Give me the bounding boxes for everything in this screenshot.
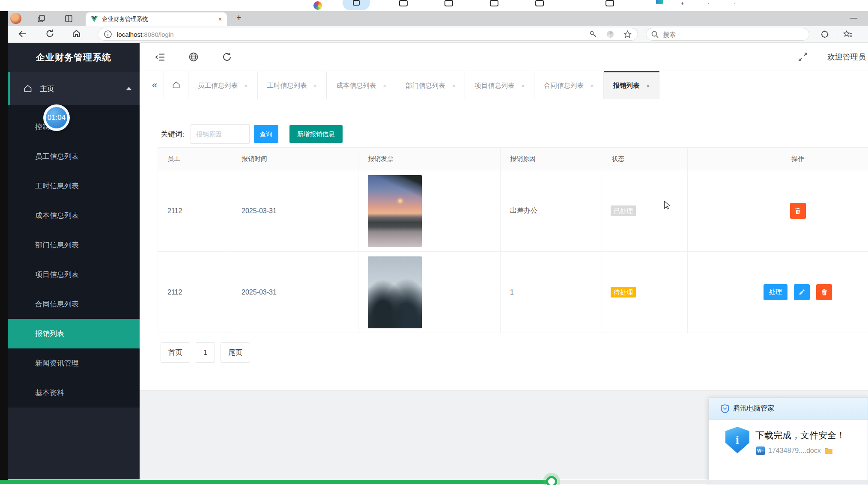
favorites-list-icon[interactable] <box>843 30 852 39</box>
tab-close-icon[interactable]: × <box>647 83 650 89</box>
browser-badge-icon[interactable] <box>820 30 829 39</box>
cell-status: 已处理 <box>602 170 688 252</box>
recording-timer-bubble[interactable]: 01:04 <box>43 104 70 131</box>
sidebar-item-project[interactable]: 项目信息列表 <box>8 260 140 289</box>
search-button[interactable]: 查询 <box>254 125 278 143</box>
filter-bar: 关键词: 查询 新增报销信息 <box>161 124 343 144</box>
browser-search-input[interactable] <box>663 31 770 38</box>
tabs-scroll-left-button[interactable]: « <box>146 71 164 99</box>
toolbar-tool-icon[interactable] <box>444 0 453 6</box>
toolbar-tool-icon[interactable] <box>490 0 498 6</box>
keyword-input[interactable] <box>191 124 250 144</box>
sidebar-item-department[interactable]: 部门信息列表 <box>8 230 140 260</box>
workspaces-icon[interactable] <box>38 15 45 22</box>
tab-label: 工时信息列表 <box>267 81 307 90</box>
tab-cost[interactable]: 成本信息列表× <box>327 71 396 99</box>
toolbar-tool-icon[interactable] <box>535 0 544 6</box>
browser-profile-avatar[interactable] <box>10 13 21 24</box>
cell-reason: 出差办公 <box>501 170 602 252</box>
col-header-invoice: 报销发票 <box>358 148 501 170</box>
tab-contract[interactable]: 合同信息列表× <box>534 71 604 99</box>
recording-timer-value: 01:04 <box>48 113 66 122</box>
window-minimize-button[interactable]: — <box>850 14 857 22</box>
back-icon[interactable] <box>18 29 27 39</box>
col-header-reason: 报销原因 <box>501 148 602 170</box>
sidebar-item-contract[interactable]: 合同信息列表 <box>8 289 140 319</box>
site-info-icon[interactable] <box>104 30 112 38</box>
refresh-icon[interactable] <box>45 29 54 38</box>
home-icon[interactable] <box>72 29 81 38</box>
shield-info-icon: i <box>725 427 749 453</box>
split-screen-icon[interactable] <box>65 15 72 22</box>
tab-close-icon[interactable]: × <box>591 83 594 89</box>
browser-search-box[interactable] <box>646 28 809 41</box>
mouse-cursor <box>662 200 672 211</box>
tencent-notification-popup[interactable]: 腾讯电脑管家 i 下载完成，文件安全！ W≡ 17434879....docx <box>709 397 868 485</box>
open-folder-icon[interactable] <box>824 447 833 454</box>
tab-close-icon[interactable]: × <box>521 83 525 89</box>
sidebar-item-profile[interactable]: 基本资料 <box>8 378 140 408</box>
pagination-page-1-button[interactable]: 1 <box>196 342 215 363</box>
url-host: localhost <box>117 31 142 38</box>
tab-close-icon[interactable]: × <box>245 83 248 89</box>
sidebar-item-worktime[interactable]: 工时信息列表 <box>8 171 140 201</box>
sidebar-item-news[interactable]: 新闻资讯管理 <box>8 348 140 378</box>
welcome-text: 欢迎管理员 <box>827 43 868 71</box>
playback-progress-bar[interactable] <box>0 480 868 484</box>
tab-home[interactable] <box>164 71 188 99</box>
toolbar-app-icon[interactable] <box>656 0 663 4</box>
browser-toolbar: localhost:8080/login <box>0 26 868 43</box>
delete-button[interactable] <box>816 284 832 300</box>
tab-close-icon[interactable]: × <box>383 83 386 89</box>
sidebar-item-console[interactable]: 控制台 <box>8 112 140 142</box>
tab-worktime[interactable]: 工时信息列表× <box>258 71 327 99</box>
recorder-colorwheel-icon[interactable] <box>312 0 323 11</box>
delete-button[interactable] <box>790 203 806 219</box>
tab-reimbursement[interactable]: 报销列表× <box>604 71 660 99</box>
sidebar-item-home[interactable]: 主页 <box>8 72 140 105</box>
sidebar-item-cost[interactable]: 成本信息列表 <box>8 201 140 230</box>
sidebar-item-reimbursement[interactable]: 报销列表 <box>8 319 140 348</box>
fullscreen-icon[interactable] <box>798 52 808 62</box>
cell-actions <box>688 170 868 252</box>
sidebar-item-employee[interactable]: 员工信息列表 <box>8 142 140 171</box>
tab-project[interactable]: 项目信息列表× <box>465 71 534 99</box>
process-button[interactable]: 处理 <box>764 284 787 300</box>
col-header-actions: 操作 <box>688 148 868 170</box>
pagination-last-button[interactable]: 尾页 <box>221 342 250 363</box>
pagination-first-button[interactable]: 首页 <box>161 342 190 363</box>
recorder-active-tool-button[interactable] <box>343 0 370 10</box>
sidebar-home-label: 主页 <box>40 84 54 94</box>
toolbar-tool-icon[interactable] <box>399 0 408 6</box>
cell-invoice <box>358 170 501 252</box>
password-key-icon[interactable] <box>589 30 597 38</box>
toolbar-plus-icon[interactable]: + <box>681 1 684 6</box>
invoice-photo-cloudy-sky[interactable] <box>368 256 422 328</box>
progress-handle[interactable] <box>546 476 557 485</box>
cell-reason: 1 <box>501 252 602 333</box>
vue-logo-icon <box>91 16 98 22</box>
invoice-photo-dusk-street[interactable] <box>368 175 422 247</box>
edit-button[interactable] <box>794 284 810 300</box>
app-toolbar: 欢迎管理员 <box>140 43 868 71</box>
tab-department[interactable]: 部门信息列表× <box>396 71 465 99</box>
col-header-date: 报销时间 <box>232 148 358 170</box>
notification-file-row[interactable]: W≡ 17434879....docx <box>756 446 833 455</box>
toolbar-mark: · <box>734 1 736 6</box>
tab-employee[interactable]: 员工信息列表× <box>188 71 258 99</box>
sync-circle-icon[interactable] <box>606 30 614 38</box>
tab-close-icon[interactable]: × <box>218 16 222 23</box>
refresh-page-icon[interactable] <box>222 52 232 62</box>
new-tab-button[interactable]: + <box>236 13 242 23</box>
trash-icon <box>794 208 801 214</box>
tab-close-icon[interactable]: × <box>314 83 317 89</box>
tab-label: 员工信息列表 <box>198 81 238 90</box>
tab-close-icon[interactable]: × <box>452 83 456 89</box>
browser-tab-active[interactable]: 企业财务管理系统 × <box>86 12 227 26</box>
toolbar-tool-icon[interactable] <box>606 0 614 6</box>
globe-icon[interactable] <box>189 52 198 62</box>
bookmark-star-icon[interactable] <box>623 30 632 39</box>
add-reimbursement-button[interactable]: 新增报销信息 <box>289 125 343 143</box>
url-bar[interactable]: localhost:8080/login <box>98 28 638 41</box>
menu-fold-icon[interactable] <box>155 53 165 61</box>
